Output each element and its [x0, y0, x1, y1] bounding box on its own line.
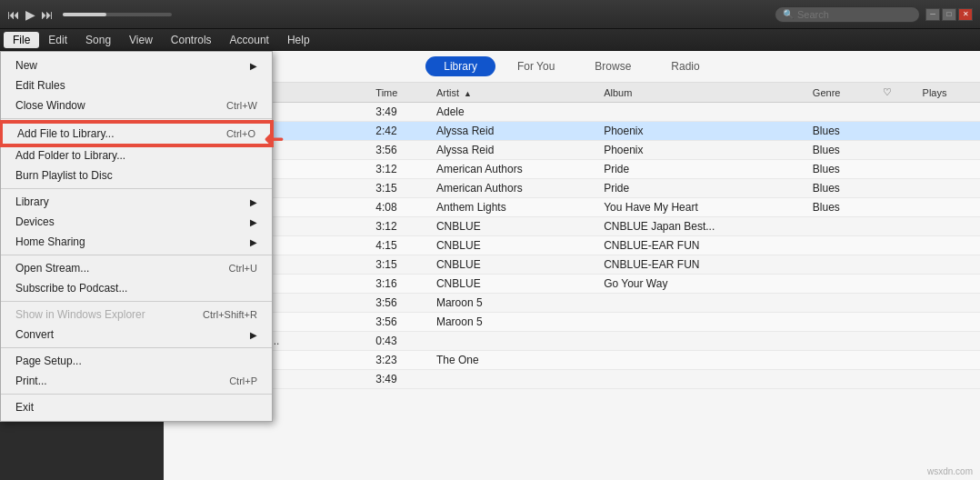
red-arrow-icon: ➜: [264, 124, 285, 154]
fast-forward-button[interactable]: ⏭: [41, 7, 54, 22]
menu-item-edit[interactable]: Edit: [39, 32, 76, 48]
separator-4: [1, 301, 272, 302]
file-dropdown-menu: New ▶ Edit Rules Close Window Ctrl+W Add…: [0, 51, 273, 422]
title-bar: ⏮ ▶ ⏭ 🔍 ─ □ ✕: [0, 0, 980, 29]
table-row[interactable]: rumental)3:16CNBLUEGo Your Way: [164, 275, 980, 294]
separator-2: [1, 188, 272, 189]
menu-bar: File Edit Song View Controls Account Hel…: [0, 29, 980, 51]
menu-print[interactable]: Print... Ctrl+P: [1, 371, 272, 391]
menu-item-help[interactable]: Help: [278, 32, 319, 48]
table-row[interactable]: 3:12American AuthorsPrideBlues: [164, 160, 980, 179]
progress-bar[interactable]: [63, 13, 172, 16]
home-sharing-arrow: ▶: [250, 237, 257, 247]
transport-controls: ⏮ ▶ ⏭: [7, 7, 172, 22]
menu-item-file[interactable]: File: [4, 32, 39, 48]
col-artist[interactable]: Artist ▲: [429, 83, 596, 103]
table-row[interactable]: as3:56Maroon 5: [164, 294, 980, 313]
table-container: Time Artist ▲ Album Genre ♡ Plays g In T…: [164, 83, 980, 480]
menu-subscribe-podcast[interactable]: Subscribe to Podcast...: [1, 278, 272, 298]
table-row[interactable]: g In The Deep3:49Adele: [164, 103, 980, 122]
table-row[interactable]: 0b80f2f776f119c0b9...0:43: [164, 332, 980, 351]
rewind-button[interactable]: ⏮: [7, 7, 20, 22]
table-row[interactable]: 3:15CNBLUECNBLUE-EAR FUN: [164, 255, 980, 275]
col-plays[interactable]: Plays: [915, 83, 980, 103]
separator-3: [1, 255, 272, 255]
table-row[interactable]: 3:15American AuthorsPrideBlues: [164, 179, 980, 198]
menu-new[interactable]: New ▶: [1, 55, 272, 75]
menu-show-explorer: Show in Windows Explorer Ctrl+Shift+R: [1, 305, 272, 325]
separator-5: [1, 347, 272, 348]
search-bar[interactable]: 🔍: [775, 6, 920, 23]
table-row[interactable]: a Merry Christmas3:56Maroon 5: [164, 313, 980, 332]
tab-library[interactable]: Library: [425, 56, 495, 76]
menu-devices[interactable]: Devices ▶: [1, 212, 272, 232]
menu-library[interactable]: Library ▶: [1, 192, 272, 212]
separator-1: [1, 118, 272, 119]
music-table: Time Artist ▲ Album Genre ♡ Plays g In T…: [164, 83, 980, 389]
search-input[interactable]: [797, 9, 906, 20]
menu-exit[interactable]: Exit: [1, 397, 272, 417]
menu-home-sharing[interactable]: Home Sharing ▶: [1, 232, 272, 252]
progress-fill: [63, 13, 106, 16]
menu-edit-rules[interactable]: Edit Rules: [1, 75, 272, 95]
window-controls: ─ □ ✕: [925, 8, 973, 21]
maximize-button[interactable]: □: [942, 8, 956, 21]
menu-convert[interactable]: Convert ▶: [1, 325, 272, 345]
table-row[interactable]: 2:42Alyssa ReidPhoenixBlues: [164, 122, 980, 141]
close-button[interactable]: ✕: [958, 8, 973, 21]
new-arrow: ▶: [250, 61, 257, 71]
menu-close-window[interactable]: Close Window Ctrl+W: [1, 95, 272, 115]
menu-page-setup[interactable]: Page Setup...: [1, 351, 272, 371]
library-arrow: ▶: [250, 197, 257, 207]
search-icon: 🔍: [783, 9, 794, 19]
col-time[interactable]: Time: [368, 83, 429, 103]
table-row[interactable]: me3:12CNBLUECNBLUE Japan Best...: [164, 217, 980, 236]
table-row[interactable]: 4:15CNBLUECNBLUE-EAR FUN: [164, 236, 980, 255]
arrow-annotation: ➜: [264, 124, 285, 154]
right-panel: Library For You Browse Radio Time Artist…: [164, 51, 980, 480]
table-header-row: Time Artist ▲ Album Genre ♡ Plays: [164, 83, 980, 103]
tabs-bar: Library For You Browse Radio: [164, 51, 980, 83]
watermark: wsxdn.com: [927, 466, 973, 476]
devices-arrow: ▶: [250, 217, 257, 227]
play-button[interactable]: ▶: [25, 7, 35, 22]
table-row[interactable]: &Daft Punk-Starboy3:49: [164, 370, 980, 389]
col-genre[interactable]: Genre: [805, 83, 875, 103]
table-row[interactable]: 3:56Alyssa ReidPhoenixBlues: [164, 141, 980, 160]
menu-add-file[interactable]: Add File to Library... Ctrl+O: [1, 122, 272, 145]
table-row[interactable]: Heart4:08Anthem LightsYou Have My HeartB…: [164, 198, 980, 217]
menu-open-stream[interactable]: Open Stream... Ctrl+U: [1, 258, 272, 278]
tab-for-you[interactable]: For You: [499, 56, 573, 76]
convert-arrow: ▶: [250, 330, 257, 340]
col-heart[interactable]: ♡: [875, 83, 915, 103]
menu-burn-playlist[interactable]: Burn Playlist to Disc: [1, 165, 272, 185]
menu-item-view[interactable]: View: [120, 32, 162, 48]
separator-6: [1, 394, 272, 395]
tab-radio[interactable]: Radio: [653, 56, 717, 76]
menu-item-song[interactable]: Song: [76, 32, 120, 48]
tab-browse[interactable]: Browse: [576, 56, 649, 76]
table-row[interactable]: 3:23The One: [164, 351, 980, 370]
menu-add-folder[interactable]: Add Folder to Library...: [1, 145, 272, 165]
col-album[interactable]: Album: [596, 83, 805, 103]
menu-item-account[interactable]: Account: [221, 32, 278, 48]
menu-item-controls[interactable]: Controls: [162, 32, 221, 48]
minimize-button[interactable]: ─: [925, 8, 940, 21]
